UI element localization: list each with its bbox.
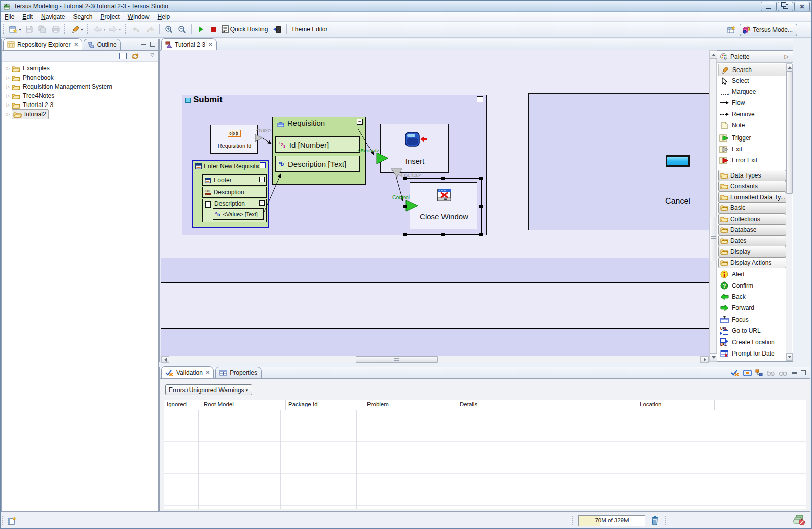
- redo-button[interactable]: [143, 24, 157, 35]
- zoom-in-button[interactable]: [162, 24, 175, 35]
- footer-element[interactable]: Footer +: [202, 174, 267, 186]
- palette-action-go-to-url[interactable]: URL Go to URL: [718, 325, 785, 336]
- save-button[interactable]: [23, 24, 36, 35]
- palette-scrollbar[interactable]: [786, 63, 792, 361]
- submit-collapse-icon[interactable]: [185, 98, 191, 103]
- tree-item-phonebook[interactable]: ▷ Phonebook: [2, 73, 158, 82]
- scrollbar-thumb[interactable]: [356, 356, 438, 363]
- scrollbar-thumb[interactable]: [710, 217, 717, 261]
- description-text-field[interactable]: ab Description [Text]: [275, 156, 360, 172]
- close-icon[interactable]: ✕: [208, 42, 212, 47]
- palette-pin-icon[interactable]: ▷: [785, 53, 789, 60]
- palette-drawer-collections[interactable]: Collections: [718, 214, 786, 225]
- open-perspective-icon[interactable]: [727, 26, 736, 34]
- tree-item-tutorial2[interactable]: ▷ tutorial2: [2, 110, 158, 119]
- selection-handle[interactable]: [403, 205, 407, 208]
- expand-chevron-icon[interactable]: ▷: [5, 75, 12, 80]
- palette-drawer-database[interactable]: Database: [718, 224, 786, 235]
- palette-drawer-display-actions[interactable]: Display Actions: [718, 257, 786, 268]
- run-button[interactable]: [194, 24, 207, 35]
- insert-action-box[interactable]: Insert: [380, 124, 449, 173]
- menu-edit[interactable]: Edit: [18, 12, 37, 21]
- editor-vertical-scrollbar[interactable]: [709, 50, 717, 362]
- palette-tool-note[interactable]: Note: [718, 120, 785, 131]
- palette-action-confirm[interactable]: ? Confirm: [718, 280, 785, 291]
- maximize-view-icon[interactable]: [801, 370, 806, 375]
- tab-tutorial-2-3[interactable]: Tutorial 2-3 ✕: [161, 38, 217, 50]
- palette-tool-error-exit[interactable]: Error Exit: [718, 155, 785, 166]
- enter-new-requisition-box[interactable]: Enter New Requisition − Footer + LBL Des…: [192, 160, 269, 228]
- tab-repository-explorer[interactable]: Repository Explorer ✕: [3, 38, 82, 50]
- tree-item-requisition-management-system[interactable]: ▷ Requisition Management System: [2, 82, 158, 91]
- selection-handle[interactable]: [479, 205, 483, 208]
- zoom-out-button[interactable]: [175, 24, 189, 35]
- back-dropdown-arrow[interactable]: ▼: [103, 28, 106, 31]
- print-button[interactable]: [49, 24, 62, 35]
- scroll-down-button[interactable]: [786, 353, 793, 361]
- palette-header[interactable]: Palette ▷: [717, 51, 793, 63]
- scroll-right-button[interactable]: [700, 356, 709, 363]
- palette-action-focus[interactable]: Focus: [718, 314, 785, 325]
- column-header-location[interactable]: Location: [637, 400, 715, 410]
- requisition-minimize-button[interactable]: −: [357, 119, 363, 125]
- requisition-data-box[interactable]: Requisition − 123 Id [Number] ab Descrip…: [272, 117, 366, 185]
- theme-button[interactable]: [271, 24, 284, 35]
- palette-drawer-data-types[interactable]: Data Types: [718, 170, 786, 181]
- selection-handle[interactable]: [441, 233, 445, 236]
- description-input-group[interactable]: Description − ab <Value> [Text]: [202, 199, 267, 222]
- palette-action-forward[interactable]: Forward: [718, 302, 785, 313]
- palette-tool-select[interactable]: Select: [718, 75, 785, 86]
- undo-button[interactable]: [130, 24, 143, 35]
- expand-chevron-icon[interactable]: ▷: [5, 66, 12, 71]
- tab-outline[interactable]: Outline: [84, 39, 121, 50]
- palette-action-create-location[interactable]: URL Create Location: [718, 337, 785, 348]
- column-header-root-model[interactable]: Root Model: [201, 400, 286, 410]
- collapse-all-icon[interactable]: −: [119, 53, 127, 59]
- repository-tree[interactable]: ▷ Examples ▷ Phonebook ▷ Requisition Man…: [2, 62, 158, 511]
- model-canvas[interactable]: Submit − Cancel 005 Requisition Id Requi…: [161, 50, 709, 356]
- hierarchy-icon[interactable]: [755, 369, 763, 376]
- expand-chevron-icon[interactable]: ▷: [5, 112, 12, 117]
- column-header-problem[interactable]: Problem: [364, 400, 457, 410]
- menu-help[interactable]: Help: [154, 12, 174, 21]
- palette-action-back[interactable]: Back: [718, 291, 785, 302]
- search-dropdown-arrow[interactable]: ▼: [80, 28, 84, 31]
- menu-window[interactable]: Window: [124, 12, 154, 21]
- palette-tool-marquee[interactable]: + Marquee: [718, 86, 785, 97]
- tree-item-examples[interactable]: ▷ Examples: [2, 64, 158, 73]
- palette-tool-flow[interactable]: Flow: [718, 97, 785, 109]
- expand-chevron-icon[interactable]: ▷: [5, 93, 12, 98]
- minimize-view-icon[interactable]: [141, 44, 146, 45]
- editor-horizontal-scrollbar[interactable]: [161, 356, 709, 362]
- memory-gauge[interactable]: 70M of 329M: [578, 515, 645, 526]
- validate-icon[interactable]: [731, 369, 740, 376]
- close-button[interactable]: ✕: [794, 2, 810, 11]
- palette-tool-trigger[interactable]: Trigger: [718, 132, 785, 144]
- forward-dropdown-arrow[interactable]: ▼: [118, 28, 122, 31]
- cancel-view-box[interactable]: Cancel: [528, 93, 709, 230]
- tree-item-tree4notes[interactable]: ▷ Tree4Notes: [2, 91, 158, 100]
- palette-tool-exit[interactable]: Exit: [718, 144, 785, 155]
- tree-item-tutorial-2-3[interactable]: ▷ Tutorial 2-3: [2, 100, 158, 110]
- scroll-up-button[interactable]: [710, 51, 717, 59]
- back-button[interactable]: ▼: [92, 24, 107, 35]
- close-icon[interactable]: ✕: [206, 370, 210, 375]
- search-models-button[interactable]: ▼: [70, 24, 85, 35]
- tersus-modeling-perspective-button[interactable]: Tersus Mode...: [740, 24, 797, 36]
- minimize-view-icon[interactable]: [792, 372, 797, 374]
- submit-minimize-button[interactable]: −: [477, 96, 483, 102]
- column-header-package-id[interactable]: Package Id: [286, 400, 364, 410]
- palette-drawer-basic[interactable]: Basic: [718, 202, 786, 214]
- menu-search[interactable]: Search: [69, 12, 96, 21]
- column-header-details[interactable]: Details: [457, 400, 637, 410]
- tab-validation[interactable]: Validation ✕: [161, 366, 214, 378]
- scrollbar-thumb[interactable]: [786, 71, 793, 194]
- expand-chevron-icon[interactable]: ▷: [5, 102, 12, 108]
- selection-handle[interactable]: [441, 177, 445, 180]
- palette-drawer-dates[interactable]: Dates: [718, 235, 786, 246]
- selection-handle[interactable]: [403, 233, 407, 236]
- palette-drawer-formatted-data-types[interactable]: Formatted Data Ty...: [718, 192, 786, 203]
- stop-button[interactable]: [207, 24, 220, 35]
- background-jobs-icon[interactable]: [793, 515, 805, 526]
- value-text-field[interactable]: ab <Value> [Text]: [213, 208, 264, 220]
